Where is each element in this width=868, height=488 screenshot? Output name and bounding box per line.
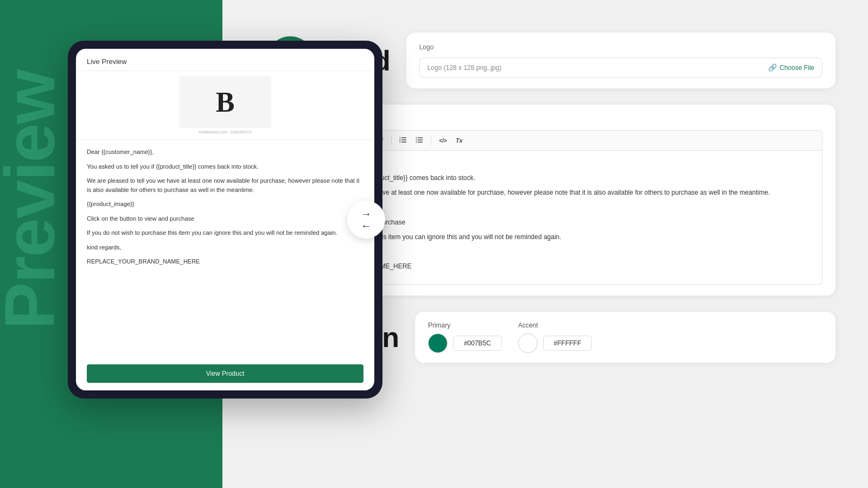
logo-letter: B — [216, 88, 235, 117]
accent-color-item: Accent #FFFFFF — [518, 322, 592, 353]
logo-box: B — [179, 76, 271, 128]
ordered-list-button[interactable]: 1.2.3. — [396, 134, 410, 147]
swap-arrows-icon: → ← — [361, 208, 372, 232]
svg-point-9 — [416, 137, 417, 138]
device-frame: Live Preview B shutterstock.com - 218228… — [68, 41, 382, 399]
device-content: Dear {{customer_name}}, You asked us to … — [76, 140, 374, 360]
email-line-5: Click on the button to view and purchase — [87, 214, 363, 223]
accent-color-value[interactable]: #FFFFFF — [543, 336, 592, 351]
device-header: Live Preview — [76, 49, 374, 71]
color-row: Primary #007B5C Accent #FFFFFF — [428, 322, 822, 353]
clear-format-button[interactable]: Tx — [452, 136, 466, 145]
left-panel: Preview Live Preview B shutterstock.com … — [0, 0, 222, 488]
choose-file-label: Choose File — [780, 64, 814, 72]
live-preview-label: Live Preview — [87, 57, 127, 66]
logo-placeholder-text: Logo (128 x 128.png,.jpg) — [427, 64, 502, 72]
email-line-6: If you do not wish to purchase this item… — [87, 228, 363, 237]
accent-swatch-row: #FFFFFF — [518, 333, 592, 353]
logo-input-row: Logo (128 x 128.png,.jpg) 🔗 Choose File — [419, 57, 822, 78]
email-line-2: You asked us to tell you if {{product_ti… — [87, 162, 363, 171]
view-product-button[interactable]: View Product — [87, 364, 363, 383]
primary-swatch[interactable] — [428, 333, 448, 353]
swap-icon-container[interactable]: → ← — [347, 201, 385, 239]
email-line-7: kind regards, — [87, 243, 363, 252]
device-logo-area: B shutterstock.com - 2182281071 — [76, 71, 374, 140]
link-icon: 🔗 — [768, 63, 777, 72]
primary-color-item: Primary #007B5C — [428, 322, 502, 353]
logo-card: Logo Logo (128 x 128.png,.jpg) 🔗 Choose … — [406, 33, 835, 88]
svg-point-11 — [416, 142, 417, 143]
primary-color-value[interactable]: #007B5C — [453, 336, 502, 351]
primary-swatch-row: #007B5C — [428, 333, 502, 353]
stock-ref: shutterstock.com - 2182281071 — [179, 130, 271, 134]
svg-point-10 — [416, 139, 417, 140]
color-card: Primary #007B5C Accent #FFFFFF — [415, 312, 835, 363]
preview-watermark: Preview — [0, 70, 65, 329]
logo-card-title: Logo — [419, 43, 822, 51]
toolbar-divider-2 — [391, 136, 392, 145]
code-button[interactable]: </> — [436, 136, 450, 145]
accent-swatch[interactable] — [518, 333, 538, 353]
choose-file-button[interactable]: 🔗 Choose File — [768, 63, 814, 72]
email-line-3: We are pleased to tell you we have at le… — [87, 176, 363, 194]
email-line-1: Dear {{customer_name}}, — [87, 147, 363, 157]
accent-label: Accent — [518, 322, 592, 329]
device-screen: Live Preview B shutterstock.com - 218228… — [76, 49, 374, 390]
email-line-8: REPLACE_YOUR_BRAND_NAME_HERE — [87, 257, 363, 266]
email-line-4: {{product_image}} — [87, 200, 363, 209]
primary-label: Primary — [428, 322, 502, 329]
unordered-list-button[interactable] — [412, 134, 426, 147]
svg-text:3.: 3. — [399, 140, 401, 143]
toolbar-divider-3 — [431, 136, 431, 145]
